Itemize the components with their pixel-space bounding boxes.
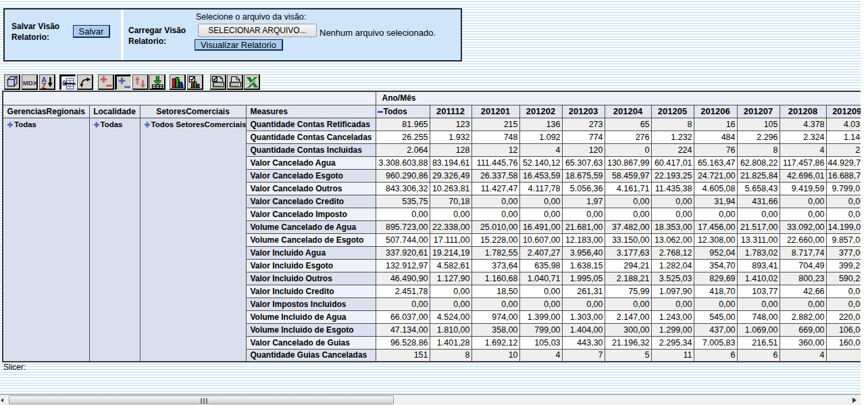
svg-text:MDX: MDX: [23, 79, 37, 87]
svg-text:Z: Z: [42, 82, 47, 90]
